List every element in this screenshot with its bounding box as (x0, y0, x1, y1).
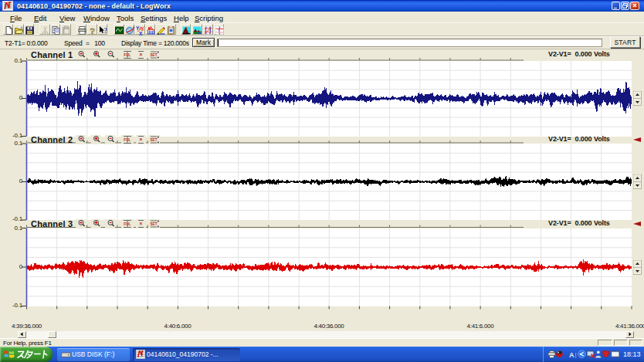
svg-text:A: A (569, 351, 575, 359)
svg-text:|: | (575, 351, 577, 358)
